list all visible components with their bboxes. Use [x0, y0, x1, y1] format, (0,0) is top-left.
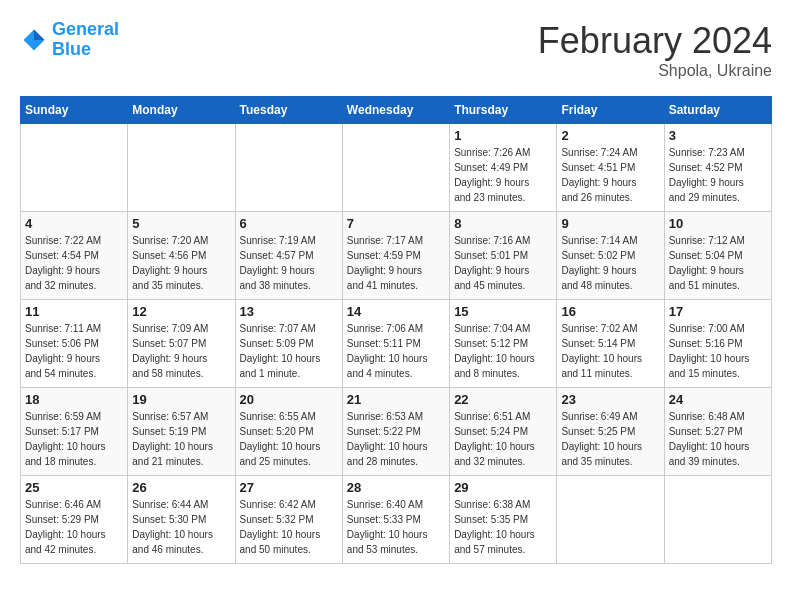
calendar-week-row: 1Sunrise: 7:26 AM Sunset: 4:49 PM Daylig…	[21, 124, 772, 212]
calendar-cell: 23Sunrise: 6:49 AM Sunset: 5:25 PM Dayli…	[557, 388, 664, 476]
day-of-week-header: Thursday	[450, 97, 557, 124]
calendar-cell	[128, 124, 235, 212]
calendar-cell: 9Sunrise: 7:14 AM Sunset: 5:02 PM Daylig…	[557, 212, 664, 300]
calendar-cell: 28Sunrise: 6:40 AM Sunset: 5:33 PM Dayli…	[342, 476, 449, 564]
day-info: Sunrise: 7:23 AM Sunset: 4:52 PM Dayligh…	[669, 145, 767, 205]
day-info: Sunrise: 6:46 AM Sunset: 5:29 PM Dayligh…	[25, 497, 123, 557]
day-info: Sunrise: 6:49 AM Sunset: 5:25 PM Dayligh…	[561, 409, 659, 469]
day-number: 24	[669, 392, 767, 407]
calendar-cell: 15Sunrise: 7:04 AM Sunset: 5:12 PM Dayli…	[450, 300, 557, 388]
day-info: Sunrise: 7:11 AM Sunset: 5:06 PM Dayligh…	[25, 321, 123, 381]
location-subtitle: Shpola, Ukraine	[538, 62, 772, 80]
day-number: 9	[561, 216, 659, 231]
calendar-cell	[664, 476, 771, 564]
calendar-week-row: 25Sunrise: 6:46 AM Sunset: 5:29 PM Dayli…	[21, 476, 772, 564]
day-of-week-header: Friday	[557, 97, 664, 124]
calendar-cell: 21Sunrise: 6:53 AM Sunset: 5:22 PM Dayli…	[342, 388, 449, 476]
day-info: Sunrise: 6:55 AM Sunset: 5:20 PM Dayligh…	[240, 409, 338, 469]
calendar-week-row: 18Sunrise: 6:59 AM Sunset: 5:17 PM Dayli…	[21, 388, 772, 476]
day-number: 5	[132, 216, 230, 231]
calendar-cell: 13Sunrise: 7:07 AM Sunset: 5:09 PM Dayli…	[235, 300, 342, 388]
day-number: 8	[454, 216, 552, 231]
day-of-week-header: Tuesday	[235, 97, 342, 124]
day-info: Sunrise: 7:02 AM Sunset: 5:14 PM Dayligh…	[561, 321, 659, 381]
title-block: February 2024 Shpola, Ukraine	[538, 20, 772, 80]
day-info: Sunrise: 6:42 AM Sunset: 5:32 PM Dayligh…	[240, 497, 338, 557]
calendar-cell: 11Sunrise: 7:11 AM Sunset: 5:06 PM Dayli…	[21, 300, 128, 388]
calendar-cell	[342, 124, 449, 212]
day-number: 18	[25, 392, 123, 407]
calendar-cell: 7Sunrise: 7:17 AM Sunset: 4:59 PM Daylig…	[342, 212, 449, 300]
day-number: 17	[669, 304, 767, 319]
day-info: Sunrise: 7:24 AM Sunset: 4:51 PM Dayligh…	[561, 145, 659, 205]
calendar-cell: 26Sunrise: 6:44 AM Sunset: 5:30 PM Dayli…	[128, 476, 235, 564]
day-info: Sunrise: 7:26 AM Sunset: 4:49 PM Dayligh…	[454, 145, 552, 205]
day-info: Sunrise: 6:48 AM Sunset: 5:27 PM Dayligh…	[669, 409, 767, 469]
calendar-body: 1Sunrise: 7:26 AM Sunset: 4:49 PM Daylig…	[21, 124, 772, 564]
logo-text: General Blue	[52, 20, 119, 60]
day-info: Sunrise: 7:19 AM Sunset: 4:57 PM Dayligh…	[240, 233, 338, 293]
day-info: Sunrise: 7:06 AM Sunset: 5:11 PM Dayligh…	[347, 321, 445, 381]
calendar-cell: 12Sunrise: 7:09 AM Sunset: 5:07 PM Dayli…	[128, 300, 235, 388]
day-info: Sunrise: 7:20 AM Sunset: 4:56 PM Dayligh…	[132, 233, 230, 293]
day-number: 22	[454, 392, 552, 407]
calendar-cell: 20Sunrise: 6:55 AM Sunset: 5:20 PM Dayli…	[235, 388, 342, 476]
day-of-week-header: Monday	[128, 97, 235, 124]
day-info: Sunrise: 6:51 AM Sunset: 5:24 PM Dayligh…	[454, 409, 552, 469]
day-number: 7	[347, 216, 445, 231]
day-of-week-header: Wednesday	[342, 97, 449, 124]
day-of-week-header: Saturday	[664, 97, 771, 124]
day-of-week-header: Sunday	[21, 97, 128, 124]
logo-icon	[20, 26, 48, 54]
day-info: Sunrise: 6:57 AM Sunset: 5:19 PM Dayligh…	[132, 409, 230, 469]
day-number: 14	[347, 304, 445, 319]
day-number: 11	[25, 304, 123, 319]
logo-line1: General	[52, 19, 119, 39]
calendar-cell: 14Sunrise: 7:06 AM Sunset: 5:11 PM Dayli…	[342, 300, 449, 388]
logo-line2: Blue	[52, 39, 91, 59]
calendar-cell: 17Sunrise: 7:00 AM Sunset: 5:16 PM Dayli…	[664, 300, 771, 388]
day-info: Sunrise: 7:04 AM Sunset: 5:12 PM Dayligh…	[454, 321, 552, 381]
day-number: 6	[240, 216, 338, 231]
day-info: Sunrise: 6:59 AM Sunset: 5:17 PM Dayligh…	[25, 409, 123, 469]
calendar-cell: 6Sunrise: 7:19 AM Sunset: 4:57 PM Daylig…	[235, 212, 342, 300]
day-number: 13	[240, 304, 338, 319]
calendar-cell: 3Sunrise: 7:23 AM Sunset: 4:52 PM Daylig…	[664, 124, 771, 212]
days-of-week-row: SundayMondayTuesdayWednesdayThursdayFrid…	[21, 97, 772, 124]
calendar-cell: 22Sunrise: 6:51 AM Sunset: 5:24 PM Dayli…	[450, 388, 557, 476]
calendar-cell: 29Sunrise: 6:38 AM Sunset: 5:35 PM Dayli…	[450, 476, 557, 564]
day-number: 21	[347, 392, 445, 407]
logo: General Blue	[20, 20, 119, 60]
calendar-cell: 4Sunrise: 7:22 AM Sunset: 4:54 PM Daylig…	[21, 212, 128, 300]
day-number: 29	[454, 480, 552, 495]
day-number: 19	[132, 392, 230, 407]
calendar-week-row: 4Sunrise: 7:22 AM Sunset: 4:54 PM Daylig…	[21, 212, 772, 300]
calendar-cell: 27Sunrise: 6:42 AM Sunset: 5:32 PM Dayli…	[235, 476, 342, 564]
day-number: 27	[240, 480, 338, 495]
day-number: 26	[132, 480, 230, 495]
calendar-cell: 16Sunrise: 7:02 AM Sunset: 5:14 PM Dayli…	[557, 300, 664, 388]
day-info: Sunrise: 6:53 AM Sunset: 5:22 PM Dayligh…	[347, 409, 445, 469]
calendar-cell: 8Sunrise: 7:16 AM Sunset: 5:01 PM Daylig…	[450, 212, 557, 300]
day-number: 15	[454, 304, 552, 319]
calendar-cell: 1Sunrise: 7:26 AM Sunset: 4:49 PM Daylig…	[450, 124, 557, 212]
day-info: Sunrise: 7:17 AM Sunset: 4:59 PM Dayligh…	[347, 233, 445, 293]
calendar-cell	[557, 476, 664, 564]
day-info: Sunrise: 7:22 AM Sunset: 4:54 PM Dayligh…	[25, 233, 123, 293]
day-number: 3	[669, 128, 767, 143]
day-info: Sunrise: 7:07 AM Sunset: 5:09 PM Dayligh…	[240, 321, 338, 381]
page-header: General Blue February 2024 Shpola, Ukrai…	[20, 20, 772, 80]
calendar-cell: 19Sunrise: 6:57 AM Sunset: 5:19 PM Dayli…	[128, 388, 235, 476]
calendar-cell: 24Sunrise: 6:48 AM Sunset: 5:27 PM Dayli…	[664, 388, 771, 476]
day-number: 1	[454, 128, 552, 143]
calendar-cell	[21, 124, 128, 212]
month-year-title: February 2024	[538, 20, 772, 62]
calendar-cell: 25Sunrise: 6:46 AM Sunset: 5:29 PM Dayli…	[21, 476, 128, 564]
calendar-week-row: 11Sunrise: 7:11 AM Sunset: 5:06 PM Dayli…	[21, 300, 772, 388]
calendar-cell: 5Sunrise: 7:20 AM Sunset: 4:56 PM Daylig…	[128, 212, 235, 300]
svg-marker-1	[34, 29, 45, 40]
day-number: 23	[561, 392, 659, 407]
day-info: Sunrise: 7:00 AM Sunset: 5:16 PM Dayligh…	[669, 321, 767, 381]
day-number: 28	[347, 480, 445, 495]
day-number: 16	[561, 304, 659, 319]
